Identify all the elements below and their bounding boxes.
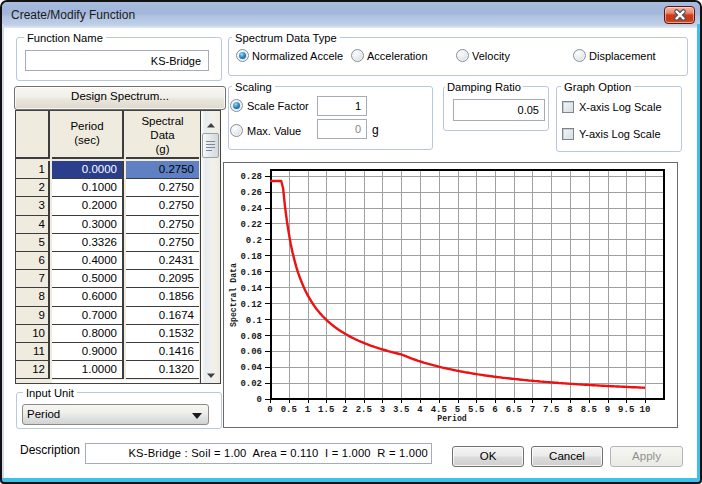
svg-text:2.5: 2.5: [356, 405, 372, 415]
svg-text:0.18: 0.18: [240, 252, 262, 262]
svg-text:10: 10: [640, 405, 651, 415]
svg-text:0.02: 0.02: [240, 379, 262, 389]
svg-text:5.5: 5.5: [468, 405, 484, 415]
svg-text:8.5: 8.5: [581, 405, 597, 415]
svg-text:3: 3: [380, 405, 385, 415]
svg-text:0.2: 0.2: [246, 236, 262, 246]
svg-text:0.24: 0.24: [240, 204, 262, 214]
svg-text:0.5: 0.5: [281, 405, 297, 415]
svg-text:7.5: 7.5: [543, 405, 559, 415]
svg-text:1.5: 1.5: [318, 405, 334, 415]
svg-text:9: 9: [605, 405, 610, 415]
svg-text:1: 1: [305, 405, 311, 415]
svg-text:4: 4: [417, 405, 423, 415]
svg-text:3.5: 3.5: [393, 405, 409, 415]
svg-text:0.12: 0.12: [240, 300, 262, 310]
svg-text:7: 7: [530, 405, 535, 415]
svg-text:0.16: 0.16: [240, 268, 262, 278]
svg-text:6.5: 6.5: [506, 405, 522, 415]
svg-text:2: 2: [342, 405, 347, 415]
svg-text:0.28: 0.28: [240, 172, 262, 182]
svg-text:8: 8: [567, 405, 572, 415]
svg-text:0.22: 0.22: [240, 220, 262, 230]
svg-text:Spectral Data: Spectral Data: [229, 263, 238, 327]
svg-text:0.14: 0.14: [240, 284, 262, 294]
svg-text:0.08: 0.08: [240, 332, 262, 342]
svg-text:0.26: 0.26: [240, 188, 262, 198]
svg-text:0.06: 0.06: [240, 347, 262, 357]
svg-text:0: 0: [257, 395, 262, 405]
svg-text:0: 0: [267, 405, 272, 415]
svg-text:Period: Period: [437, 414, 467, 423]
svg-text:0.1: 0.1: [246, 316, 263, 326]
svg-text:9.5: 9.5: [618, 405, 634, 415]
svg-text:0.04: 0.04: [240, 363, 262, 373]
svg-text:6: 6: [492, 405, 497, 415]
